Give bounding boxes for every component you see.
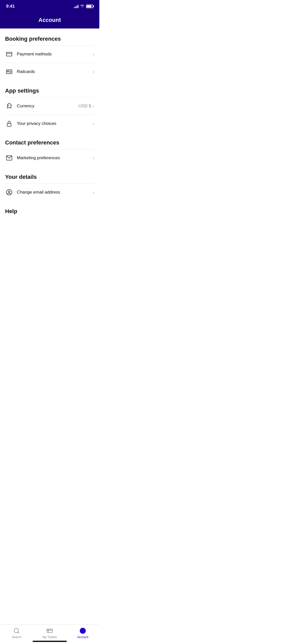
signal-icon [74, 5, 78, 8]
page-header: Account [0, 13, 99, 28]
railcards-chevron: › [93, 69, 94, 75]
credit-card-icon [5, 50, 13, 58]
menu-item-payment-methods[interactable]: Payment methods › [5, 46, 94, 63]
section-contact-preferences: Contact preferences Marketing preference… [0, 132, 99, 167]
user-circle-icon [5, 188, 13, 196]
svg-point-11 [8, 191, 10, 193]
svg-rect-0 [6, 52, 12, 56]
svg-rect-8 [7, 123, 11, 126]
section-title-app-settings: App settings [5, 87, 94, 94]
currency-chevron: › [93, 104, 94, 109]
railcards-label: Railcards [17, 69, 93, 74]
payment-methods-label: Payment methods [17, 52, 93, 57]
mail-icon [5, 154, 13, 162]
marketing-chevron: › [93, 155, 94, 161]
menu-item-marketing[interactable]: Marketing preferences › [5, 149, 94, 167]
menu-item-railcards[interactable]: Railcards › [5, 63, 94, 80]
svg-point-10 [6, 189, 12, 195]
section-help: Help [0, 201, 99, 215]
battery-icon [86, 5, 93, 8]
piggy-bank-icon [5, 102, 13, 110]
marketing-label: Marketing preferences [17, 155, 93, 160]
content-area: Booking preferences Payment methods › [0, 28, 99, 241]
svg-point-6 [8, 105, 9, 106]
railcard-icon [5, 68, 13, 76]
your-details-group: Change email address › [5, 183, 94, 201]
svg-rect-3 [7, 71, 8, 72]
change-email-label: Change email address [17, 190, 93, 195]
privacy-chevron: › [93, 121, 94, 126]
app-settings-group: Currency USD $ › Your privacy choices › [5, 97, 94, 132]
page-title: Account [5, 17, 94, 23]
section-booking-preferences: Booking preferences Payment methods › [0, 28, 99, 80]
status-bar: 9:41 [0, 0, 99, 13]
booking-preferences-group: Payment methods › Railcards › [5, 45, 94, 80]
section-title-details: Your details [5, 174, 94, 180]
menu-item-change-email[interactable]: Change email address › [5, 184, 94, 201]
section-title-booking: Booking preferences [5, 36, 94, 42]
currency-label: Currency [17, 104, 78, 109]
menu-item-privacy[interactable]: Your privacy choices › [5, 115, 94, 132]
section-your-details: Your details Change email address › [0, 167, 99, 201]
change-email-chevron: › [93, 190, 94, 195]
contact-preferences-group: Marketing preferences › [5, 149, 94, 167]
section-title-help: Help [5, 208, 94, 215]
wifi-icon [80, 4, 85, 9]
menu-item-currency[interactable]: Currency USD $ › [5, 97, 94, 115]
lock-icon [5, 120, 13, 128]
payment-methods-chevron: › [93, 52, 94, 57]
section-title-contact: Contact preferences [5, 139, 94, 146]
status-icons [74, 4, 93, 9]
currency-value: USD $ [78, 104, 91, 109]
section-app-settings: App settings Currency USD $ › [0, 80, 99, 132]
status-time: 9:41 [6, 4, 15, 9]
privacy-label: Your privacy choices [17, 121, 93, 126]
